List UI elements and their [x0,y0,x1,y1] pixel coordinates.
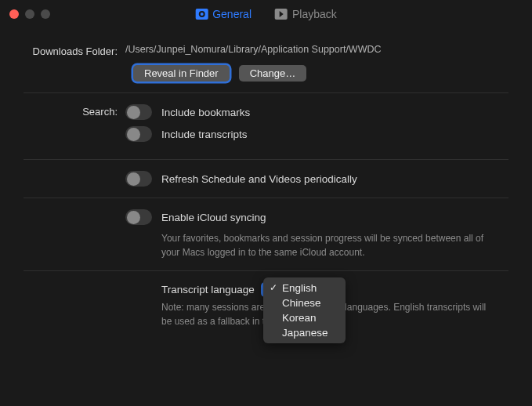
reveal-in-finder-button[interactable]: Reveal in Finder [133,65,230,82]
refresh-section: Refresh Schedule and Videos periodically [24,171,508,187]
downloads-buttons: Reveal in Finder Change… [133,65,508,82]
tab-playback-label: Playback [292,8,337,20]
downloads-label: Downloads Folder: [24,44,125,57]
include-transcripts-label: Include transcripts [161,129,248,140]
transcript-option-korean[interactable]: Korean [263,310,346,325]
icloud-section: Enable iCloud syncing Your favorites, bo… [24,209,508,259]
refresh-label: Refresh Schedule and Videos periodically [161,173,357,185]
transcript-option-japanese[interactable]: Japanese [263,325,346,340]
downloads-row: Downloads Folder: /Users/Junpei_Nomura/L… [24,44,508,57]
play-icon [275,9,288,20]
icloud-toggle[interactable] [125,209,152,225]
tab-playback[interactable]: Playback [275,8,337,20]
divider [24,198,508,198]
icloud-description: Your favorites, bookmarks and session pr… [161,231,490,259]
transcript-section: Transcript language English Note: many s… [24,282,508,328]
icloud-label: Enable iCloud syncing [161,212,266,223]
icloud-row: Enable iCloud syncing [125,209,508,225]
search-section: Search: Include bookmarks Include transc… [24,104,508,148]
minimize-button[interactable] [25,9,34,19]
gear-icon [195,9,208,20]
include-bookmarks-row: Include bookmarks [125,104,508,120]
transcript-option-chinese[interactable]: Chinese [263,295,346,310]
refresh-toggle[interactable] [125,171,152,187]
transcript-language-menu: English Chinese Korean Japanese [263,277,346,343]
divider [24,159,508,160]
include-bookmarks-label: Include bookmarks [161,107,250,118]
divider [24,92,508,93]
tab-general[interactable]: General [195,8,252,20]
refresh-row: Refresh Schedule and Videos periodically [125,171,508,187]
include-transcripts-row: Include transcripts [125,126,508,142]
search-label: Search: [24,104,125,118]
tab-bar: General Playback [195,0,337,28]
transcript-language-label: Transcript language [161,284,255,295]
downloads-path: /Users/Junpei_Nomura/Library/Application… [125,44,508,55]
close-button[interactable] [9,9,19,19]
titlebar: General Playback [0,0,532,28]
maximize-button[interactable] [41,9,50,19]
divider [24,270,508,271]
transcript-option-english[interactable]: English [263,281,346,295]
window-controls [9,9,50,19]
tab-general-label: General [212,8,252,20]
content-area: Downloads Folder: /Users/Junpei_Nomura/L… [0,28,532,328]
change-folder-button[interactable]: Change… [239,65,307,82]
include-transcripts-toggle[interactable] [125,126,152,142]
include-bookmarks-toggle[interactable] [125,104,152,120]
